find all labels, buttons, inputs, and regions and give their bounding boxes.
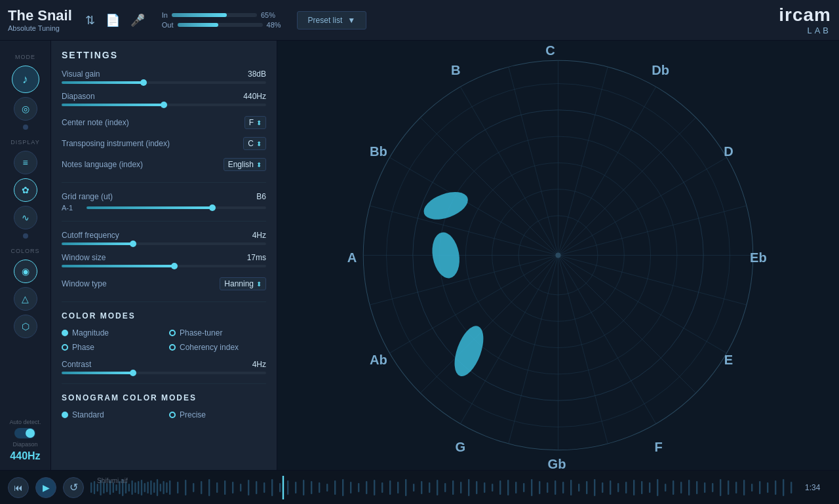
ircam-text: ircam: [779, 5, 831, 26]
svg-rect-28: [106, 483, 107, 492]
mode-music-button[interactable]: ♪: [12, 66, 39, 93]
rewind-button[interactable]: ⏮: [8, 477, 29, 498]
color-phase-tuner-label: Phase-tuner: [180, 328, 222, 338]
svg-point-20: [429, 230, 463, 280]
color-coherency-radio: [169, 344, 176, 351]
color-coherency-option[interactable]: Coherency index: [169, 343, 266, 352]
svg-rect-57: [240, 484, 241, 492]
mode-tuner-button[interactable]: ◎: [14, 97, 37, 121]
svg-rect-100: [578, 484, 579, 492]
grid-range-slider-row: A-1: [62, 204, 266, 212]
ircam-lab-text: LAB: [779, 26, 831, 35]
svg-rect-70: [342, 479, 343, 496]
sonogram-standard-option[interactable]: Standard: [62, 410, 159, 419]
grid-range-label: Grid range (ut): [62, 192, 113, 201]
svg-rect-78: [405, 479, 406, 496]
signal-out-track: [178, 23, 263, 27]
svg-rect-60: [263, 482, 265, 493]
svg-rect-109: [649, 482, 650, 493]
svg-rect-90: [499, 480, 501, 495]
color-hex-button[interactable]: ⬡: [14, 315, 37, 338]
cutoff-freq-slider[interactable]: [62, 242, 266, 245]
color-mode-button[interactable]: ◉: [14, 260, 37, 283]
contrast-label: Contrast: [62, 360, 91, 369]
waveform-container[interactable]: Shifumi.aif: [90, 476, 798, 499]
svg-rect-89: [492, 484, 493, 492]
contrast-row: Contrast 4Hz: [62, 360, 266, 374]
time-display: 1:34: [805, 483, 831, 492]
color-phase-option[interactable]: Phase: [62, 343, 159, 352]
save-icon[interactable]: 📄: [106, 13, 120, 28]
svg-rect-119: [728, 480, 729, 495]
transposing-label: Transposing instrument (index): [62, 139, 170, 148]
color-triangle-button[interactable]: △: [14, 287, 37, 311]
window-size-slider[interactable]: [62, 265, 266, 267]
svg-rect-121: [743, 480, 745, 495]
loop-button[interactable]: ↺: [63, 477, 84, 498]
svg-rect-39: [141, 480, 142, 495]
svg-rect-64: [295, 482, 296, 494]
svg-rect-77: [397, 482, 399, 494]
color-magnitude-option[interactable]: Magnitude: [62, 328, 159, 338]
svg-rect-88: [484, 482, 485, 493]
cutoff-freq-value: 4Hz: [252, 231, 266, 240]
signal-in-label: In: [162, 11, 168, 19]
sliders-icon[interactable]: ⇅: [85, 13, 95, 28]
display-spiral-button[interactable]: ✿: [14, 178, 37, 202]
play-button[interactable]: ▶: [35, 477, 56, 498]
diapason-slider[interactable]: [62, 104, 266, 106]
svg-rect-53: [208, 479, 210, 496]
svg-rect-62: [279, 483, 281, 492]
window-type-select[interactable]: Hanning ⬍: [220, 277, 266, 290]
cutoff-freq-label: Cutoff frequency: [62, 231, 119, 240]
svg-rect-112: [673, 480, 674, 495]
svg-rect-56: [232, 482, 233, 494]
svg-rect-24: [94, 481, 95, 494]
svg-rect-52: [201, 481, 202, 494]
svg-rect-67: [319, 482, 320, 493]
sonogram-precise-option[interactable]: Precise: [169, 410, 266, 419]
mic-icon[interactable]: 🎤: [130, 13, 145, 28]
svg-rect-31: [115, 484, 117, 491]
center-note-row: Center note (index) F ⬍: [62, 114, 266, 131]
preset-list-button[interactable]: Preset list ▼: [297, 11, 367, 29]
svg-rect-127: [790, 482, 792, 494]
grid-range-slider[interactable]: [87, 206, 266, 209]
transposing-select[interactable]: C ⬍: [243, 137, 266, 150]
svg-rect-43: [153, 482, 155, 493]
svg-rect-118: [720, 479, 721, 496]
auto-detect-toggle[interactable]: [14, 428, 35, 438]
auto-detect-label: Auto detect.: [9, 419, 41, 425]
center-note-select[interactable]: F ⬍: [244, 116, 266, 129]
display-wave-button[interactable]: ∿: [14, 206, 37, 229]
display-spectrum-button[interactable]: ≡: [14, 151, 37, 174]
window-type-arrow-icon: ⬍: [256, 281, 262, 288]
note-e: E: [724, 353, 733, 367]
svg-rect-83: [444, 483, 446, 492]
svg-rect-38: [138, 481, 139, 494]
signal-out-label: Out: [162, 21, 174, 29]
svg-rect-84: [452, 480, 454, 495]
svg-rect-96: [547, 482, 548, 493]
svg-rect-123: [759, 481, 760, 494]
contrast-slider[interactable]: [62, 372, 266, 374]
note-gb: Gb: [548, 457, 566, 470]
colors-label: COLORS: [10, 248, 39, 254]
diapason-small-value: 440Hz: [10, 450, 40, 462]
snail-svg: C B Db Bb D A Eb Ab E G F Gb: [277, 41, 839, 470]
main-layout: MODE ♪ ◎ DISPLAY ≡ ✿ ∿ COLORS ◉ △ ⬡ Auto…: [0, 41, 839, 470]
visual-gain-label: Visual gain: [62, 69, 100, 79]
svg-rect-73: [366, 481, 367, 494]
svg-rect-102: [594, 479, 595, 496]
svg-rect-92: [515, 482, 517, 494]
transposing-row: Transposing instrument (index) C ⬍: [62, 135, 266, 152]
window-type-label: Window type: [62, 279, 107, 288]
color-phase-tuner-option[interactable]: Phase-tuner: [169, 328, 266, 338]
color-magnitude-label: Magnitude: [72, 328, 109, 338]
visual-gain-slider[interactable]: [62, 81, 266, 84]
svg-rect-105: [617, 483, 619, 492]
svg-rect-80: [421, 481, 422, 494]
rewind-icon: ⏮: [14, 482, 23, 493]
contrast-value: 4Hz: [252, 360, 266, 369]
notes-lang-select[interactable]: English ⬍: [224, 158, 266, 171]
